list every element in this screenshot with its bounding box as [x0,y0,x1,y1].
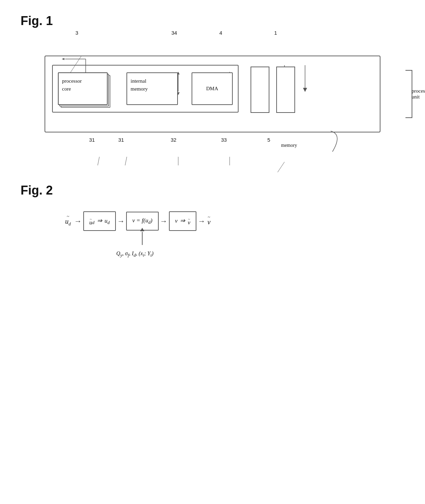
fig2-param-arrow-line [142,232,143,245]
ref-3: 3 [75,30,78,36]
processor-core-label: processorcore [62,78,82,92]
processor-core-box: processorcore [58,72,108,105]
processor-unit-brace: processorunit 2 [405,70,412,118]
label-31b: 31 [118,137,124,143]
fig2-input: ~ ud [65,214,71,228]
fig1-bottom-labels: 31 31 32 33 5 memory [45,135,380,156]
fig2-diagram: ~ ud → ~ u d ⇒ ud → [45,211,380,258]
ref-34: 34 [171,30,177,36]
processor-unit-label: processorunit 2 [412,88,425,100]
internal-memory-label: internalmemory [131,78,148,92]
label-33: 33 [221,137,227,143]
fig1-label: Fig. 1 [21,14,404,28]
svg-line-14 [98,157,99,165]
fig2-wrapper: ~ ud → ~ u d ⇒ ud → [45,211,380,258]
arrow-3: → [160,217,168,226]
processor-core-stack: processorcore [58,72,113,105]
label-5: 5 [267,137,270,143]
fig2-label: Fig. 2 [21,183,404,198]
ref-1: 1 [274,30,277,36]
inner-box: processorcore internalmemory DMA [52,65,239,113]
dma-label: DMA [206,86,218,92]
arrow-4: → [198,217,205,226]
label-31a: 31 [89,137,95,143]
label-32: 32 [171,137,177,143]
ref-4: 4 [219,30,222,36]
arrow-1: → [74,217,82,226]
fig2-block2-wrapper: v = f(ud) Qy, σf, Id, (xi; Yi) [126,212,159,231]
fig2-block1: ~ u d ⇒ ud [83,211,116,231]
fig2-flow: ~ ud → ~ u d ⇒ ud → [65,211,380,231]
fig2-block3: v ⇒ ~ v [169,211,197,231]
dma-box: DMA [192,72,233,105]
fig2-params-label: Qy, σf, Id, (xi; Yi) [116,250,153,258]
internal-memory-box: internalmemory [126,72,178,105]
arrow-2: → [117,217,125,226]
memory-label: memory [281,143,297,148]
fig2-output: ~ v [207,214,210,228]
svg-line-13 [278,162,284,172]
fig2-param-arrow-head [140,228,144,231]
fig1-diagram: 3 34 4 1 processorcore [45,56,380,156]
memory-box-2 [276,67,295,113]
svg-line-15 [125,157,127,165]
memory-boxes-group [251,65,295,113]
memory-box-1 [251,67,269,113]
